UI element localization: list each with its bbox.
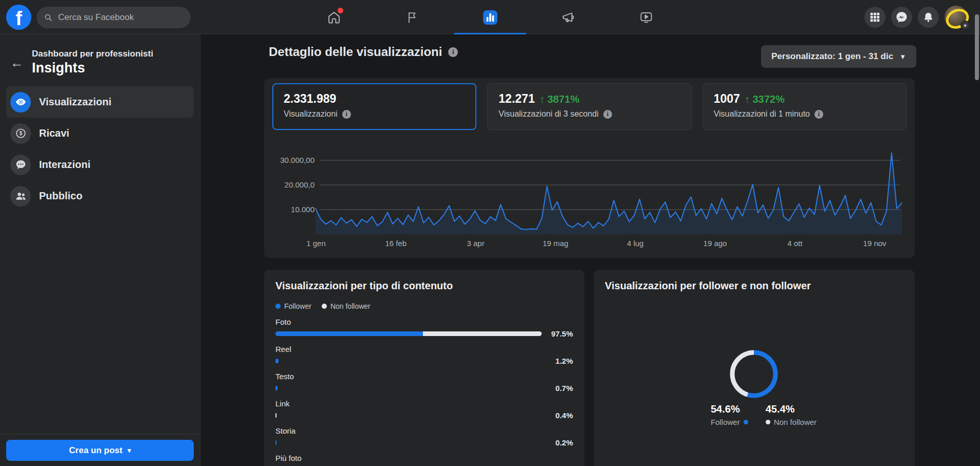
content-type-bar (275, 359, 279, 363)
content-type-row-4: Storia0.2% (275, 426, 573, 445)
content-type-label: Reel (275, 345, 573, 353)
sidebar-item-pubblico[interactable]: Pubblico (6, 180, 194, 212)
views-overview-card: 2.331.989Visualizzazionii12.271↑ 3871%Vi… (264, 78, 915, 258)
donut-stat-label: Follower (711, 418, 740, 426)
content-type-title: Visualizzazioni per tipo di contenuto (264, 270, 584, 292)
content-type-label: Foto (275, 318, 573, 326)
main-nav (298, 0, 682, 34)
content-type-label: Più foto (275, 454, 573, 462)
create-post-button[interactable]: Crea un post ▾ (6, 440, 194, 461)
non-follower-legend-label: Non follower (330, 302, 371, 310)
donut-stats: 54.6%Follower45.4%Non follower (711, 403, 817, 426)
sidebar: ← Dashboard per professionisti Insights … (0, 34, 200, 466)
content-type-bar (275, 386, 278, 390)
content-type-percent: 0.4% (556, 411, 573, 420)
nav-tab-ads[interactable] (532, 0, 604, 34)
search-icon (44, 13, 53, 22)
nav-tab-video[interactable] (611, 0, 682, 34)
stat-value: 12.271 (498, 92, 534, 106)
content-type-row-0: Foto97.5% (275, 318, 573, 336)
main-content: Dettaglio delle visualizzazioni i Person… (200, 34, 980, 466)
follower-legend-dot (275, 304, 281, 309)
svg-text:3 apr: 3 apr (467, 239, 484, 248)
non-follower-legend-dot (322, 304, 327, 309)
date-range-label: Personalizzato: 1 gen - 31 dic (771, 51, 893, 62)
video-icon (639, 10, 653, 24)
stat-label: Visualizzazioni di 1 minuto (714, 109, 810, 119)
legend-dot (766, 420, 770, 424)
stat-delta: ↑ 3871% (540, 94, 580, 105)
svg-text:20.000,0: 20.000,0 (285, 180, 315, 189)
scrollbar[interactable] (975, 14, 979, 80)
sidebar-item-label: Interazioni (39, 159, 90, 171)
date-range-button[interactable]: Personalizzato: 1 gen - 31 dic ▼ (761, 45, 916, 68)
apps-grid-button[interactable] (864, 7, 885, 28)
donut-stat-follower: 54.6%Follower (711, 403, 748, 426)
top-bar: f Cerca su Facebook ▾ (0, 0, 980, 34)
svg-text:4 ott: 4 ott (787, 239, 803, 248)
content-type-bar (275, 331, 542, 336)
flag-icon (405, 11, 419, 24)
content-type-percent: 1.2% (556, 357, 573, 365)
content-type-row-3: Link0.4% (275, 399, 573, 418)
follower-legend-label: Follower (284, 302, 311, 310)
follower-split-title: Visualizzazioni per follower e non follo… (594, 270, 915, 292)
bell-icon (922, 11, 934, 23)
insights-icon (483, 10, 498, 25)
nav-tab-home[interactable] (298, 0, 370, 34)
content-type-rows: Foto97.5%Reel1.2%Testo0.7%Link0.4%Storia… (264, 310, 584, 466)
svg-text:16 feb: 16 feb (385, 239, 406, 248)
eye-icon (10, 92, 31, 113)
stat-value: 1007 (714, 92, 740, 106)
legend: Follower Non follower (264, 292, 584, 310)
content-type-row-1: Reel1.2% (275, 345, 573, 363)
sidebar-item-visualizzazioni[interactable]: Visualizzazioni (6, 86, 194, 118)
stat-value: 2.331.989 (284, 92, 336, 106)
facebook-logo[interactable]: f (6, 5, 31, 30)
content-type-label: Storia (275, 426, 573, 435)
content-type-percent: 0.7% (556, 384, 573, 393)
search-bar[interactable]: Cerca su Facebook (36, 7, 191, 28)
sidebar-kicker: Dashboard per professionisti (32, 49, 153, 59)
search-placeholder: Cerca su Facebook (58, 12, 134, 23)
svg-text:1 gen: 1 gen (306, 239, 326, 248)
back-arrow-icon[interactable]: ← (10, 55, 26, 70)
svg-text:4 lug: 4 lug (627, 239, 644, 248)
legend-dot (744, 420, 748, 424)
info-icon[interactable]: i (342, 110, 351, 119)
comment-icon (10, 155, 31, 175)
notification-dot (338, 8, 343, 13)
sidebar-item-ricavi[interactable]: $Ricavi (6, 118, 194, 149)
messenger-button[interactable] (891, 7, 912, 28)
create-post-label: Crea un post (69, 445, 122, 456)
sidebar-title: Insights (32, 60, 153, 76)
stat-card-0[interactable]: 2.331.989Visualizzazionii (272, 83, 476, 130)
nav-tab-pages[interactable] (376, 0, 448, 34)
stat-card-2[interactable]: 1007↑ 3372%Visualizzazioni di 1 minutoi (702, 83, 907, 130)
info-icon[interactable]: i (448, 47, 458, 57)
stat-label: Visualizzazioni di 3 secondi (498, 109, 598, 119)
content-type-bar (275, 440, 276, 445)
svg-text:30.000,00: 30.000,00 (280, 156, 315, 164)
content-type-row-5: Più foto0.1% (275, 454, 573, 466)
grid-icon (870, 12, 880, 23)
content-type-label: Testo (275, 372, 573, 381)
content-type-percent: 97.5% (551, 329, 573, 338)
nav-tab-insights[interactable] (454, 0, 526, 34)
megaphone-icon (561, 10, 575, 24)
content-type-percent: 0.2% (556, 438, 573, 447)
follower-split-card: Visualizzazioni per follower e non follo… (594, 270, 915, 466)
stat-card-1[interactable]: 12.271↑ 3871%Visualizzazioni di 3 second… (487, 83, 691, 130)
profile-avatar[interactable]: ▾ (945, 6, 968, 29)
donut-stat-value: 54.6% (711, 403, 748, 415)
content-type-card: Visualizzazioni per tipo di contenuto Fo… (264, 270, 584, 466)
info-icon[interactable]: i (815, 110, 823, 119)
sidebar-item-interazioni[interactable]: Interazioni (6, 149, 194, 180)
donut-stat-value: 45.4% (766, 403, 817, 415)
follower-donut-chart (713, 333, 795, 415)
chevron-down-icon: ▾ (960, 21, 970, 30)
info-icon[interactable]: i (603, 110, 612, 119)
notifications-button[interactable] (918, 7, 939, 28)
sidebar-item-label: Pubblico (39, 190, 82, 202)
sidebar-item-label: Visualizzazioni (39, 96, 112, 108)
